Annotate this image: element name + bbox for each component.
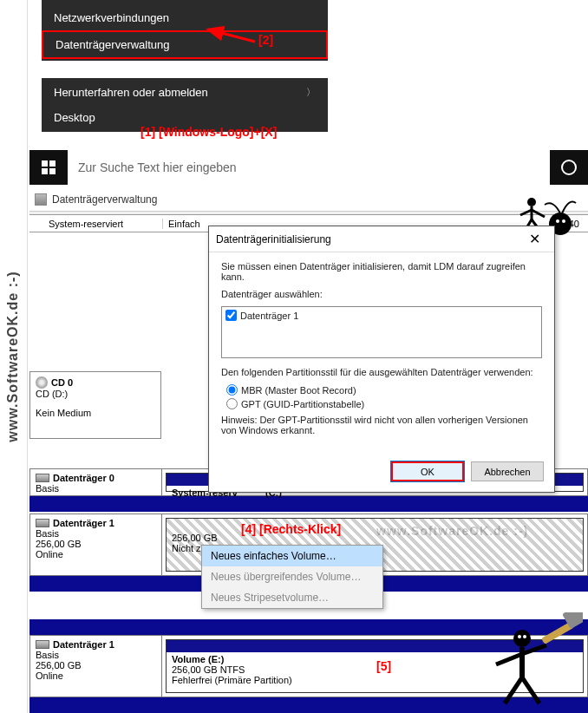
windows-logo-icon [42,160,56,174]
svg-point-17 [523,635,526,638]
svg-point-7 [562,219,565,223]
menu-item-shutdown[interactable]: Herunterfahren oder abmelden 〉 [42,80,328,105]
ctx-new-striped-volume[interactable]: Neues Stripesetvolume… [202,587,382,608]
svg-line-10 [532,210,545,217]
disk1-type: Basis [36,528,156,539]
menu-item-disk-management[interactable]: Datenträgerverwaltung [42,30,328,59]
ctx-new-simple-volume[interactable]: Neues einfaches Volume… [202,546,382,566]
svg-point-15 [513,630,531,647]
disk-checkbox[interactable] [225,310,237,321]
window-title: Datenträgerverwaltung [52,193,157,206]
menu-item-shutdown-label: Herunterfahren oder abmelden [54,86,208,99]
disk0-name: Datenträger 0 [53,473,114,483]
vol-title: Volume (E:) [172,654,292,664]
dialog-title: Datenträgerinitialisierung [216,233,331,245]
dialog-hint: Hinweis: Der GPT-Partitionsstil wird nic… [221,415,542,435]
menu-item-desktop[interactable]: Desktop [42,105,328,130]
svg-line-21 [505,677,522,703]
window-titlebar: Datenträgerverwaltung [29,187,588,212]
svg-line-22 [522,677,539,703]
cd-icon [36,376,48,389]
cancel-button[interactable]: Abbrechen [471,461,544,481]
init-disk-dialog: Datenträgerinitialisierung ✕ Sie müssen … [208,226,555,493]
volume-context-menu: Neues einfaches Volume… Neues übergreife… [201,545,383,609]
svg-point-16 [518,635,521,638]
disk1b-type: Basis [36,650,156,660]
disk1-status: Online [36,549,156,559]
disk1b-size: 256,00 GB [36,660,156,670]
radio-mbr[interactable] [226,384,238,396]
disk0-type: Basis [36,483,156,494]
drive-icon [36,519,49,527]
start-button[interactable] [29,150,68,185]
menu-item-network[interactable]: Netzwerkverbindungen [42,5,328,30]
disk-checkbox-label: Datenträger 1 [240,311,298,321]
svg-point-8 [527,198,536,206]
svg-rect-4 [49,168,56,174]
close-icon[interactable]: ✕ [522,231,547,247]
taskbar: Zur Suche Text hier eingeben [29,150,588,185]
cortana-button[interactable] [550,150,588,185]
cd-status: Kein Medium [36,408,155,418]
dialog-titlebar: Datenträgerinitialisierung ✕ [209,226,554,252]
svg-point-6 [556,219,559,223]
volume-name: System-reserviert [29,219,163,229]
cd-subtitle: CD (D:) [36,389,155,399]
cortana-ring-icon [561,160,577,175]
dialog-text-3: Den folgenden Partitionsstil für die aus… [221,367,542,377]
ok-button[interactable]: OK [391,461,464,481]
dialog-text-2: Datenträger auswählen: [221,289,542,299]
svg-line-11 [520,210,532,215]
blue-separator [29,496,588,512]
disk1-un-size: 256,00 GB [172,533,218,543]
radio-mbr-row[interactable]: MBR (Master Boot Record) [226,384,542,396]
drive-icon [36,474,49,482]
left-watermark: www.SoftwareOK.de :-) [0,0,28,713]
chevron-right-icon: 〉 [306,86,316,99]
disk-checkbox-row[interactable]: Datenträger 1 [225,310,538,321]
cd-drive-panel[interactable]: CD 0 CD (D:) Kein Medium [29,371,161,439]
radio-mbr-label: MBR (Master Boot Record) [241,385,356,396]
svg-rect-1 [42,160,48,167]
vol-sub: 256,00 GB NTFS [172,664,292,675]
disk1b-status: Online [36,670,156,681]
taskbar-search-input[interactable]: Zur Suche Text hier eingeben [68,150,550,185]
cd-title: CD 0 [51,377,73,388]
disk1-size: 256,00 GB [36,539,156,549]
stickman-hammer-icon [479,612,583,708]
ctx-new-spanned-volume[interactable]: Neues übergreifendes Volume… [202,566,382,587]
disk-mgmt-icon [35,193,47,206]
svg-line-19 [496,654,522,664]
disk1b-name: Datenträger 1 [53,639,114,650]
watermark-text: www.SoftwareOK.de :-) [5,271,21,442]
svg-rect-2 [49,160,56,167]
dialog-text-1: Sie müssen einen Datenträger initialisie… [221,261,542,282]
disk1-name: Datenträger 1 [53,518,114,528]
svg-rect-3 [42,168,48,174]
radio-gpt-row[interactable]: GPT (GUID-Partitionstabelle) [226,398,542,409]
disk-select-list[interactable]: Datenträger 1 [221,306,542,358]
radio-gpt[interactable] [226,398,238,409]
volume-type: Einfach [163,219,200,229]
radio-gpt-label: GPT (GUID-Partitionstabelle) [241,399,364,409]
vol-stat: Fehlerfrei (Primäre Partition) [172,675,292,685]
svg-line-20 [522,645,546,654]
winx-context-menu: Netzwerkverbindungen Datenträgerverwaltu… [42,0,328,132]
drive-icon [36,640,49,649]
